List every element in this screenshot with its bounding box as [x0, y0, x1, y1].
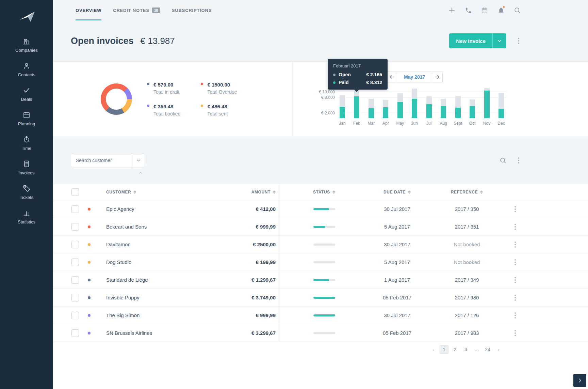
row-checkbox[interactable] — [71, 205, 79, 213]
sort-icon — [273, 190, 276, 194]
invoice-status-donut-chart — [101, 83, 132, 115]
table-search-button[interactable] — [499, 156, 507, 165]
invoice-row[interactable]: Bekeart and Sons € 999,99 5 Aug 2017 201… — [53, 218, 588, 236]
row-kebab-menu[interactable] — [512, 275, 518, 285]
bar-jun[interactable]: Jun — [412, 85, 417, 126]
invoice-row[interactable]: Dog Studio € 199,99 5 Aug 2017 Not booke… — [53, 253, 588, 271]
notifications-button[interactable] — [497, 6, 505, 14]
chevron-down-icon — [136, 158, 141, 163]
invoice-row[interactable]: Epic Agency € 412,00 30 Jul 2017 2017 / … — [53, 200, 588, 218]
bar-aug[interactable]: Aug — [441, 85, 446, 126]
customer-name[interactable]: SN Brussels Airlines — [106, 330, 152, 336]
sidebar-item-tickets[interactable]: Tickets — [0, 180, 53, 204]
page-header: Open invoices € 13.987 New Invoice — [53, 20, 588, 61]
row-kebab-menu[interactable] — [512, 293, 518, 303]
bar-jul[interactable]: Jul — [426, 85, 432, 126]
row-checkbox[interactable] — [71, 259, 79, 266]
page-3[interactable]: 3 — [461, 345, 470, 354]
invoice-amount: € 3.299,67 — [208, 330, 276, 336]
sidebar-item-contacts[interactable]: Contacts — [0, 57, 53, 82]
customer-name[interactable]: Invisble Puppy — [106, 295, 140, 300]
row-kebab-menu[interactable] — [512, 257, 518, 267]
sidebar-item-label: Statistics — [18, 219, 35, 224]
pagination-next[interactable]: › — [494, 345, 503, 354]
pagination-prev[interactable]: ‹ — [429, 345, 438, 354]
bar-apr[interactable]: Apr — [383, 85, 388, 126]
customer-name[interactable]: Epic Agency — [106, 206, 134, 212]
row-kebab-menu[interactable] — [512, 222, 518, 232]
app-logo[interactable] — [17, 9, 36, 25]
row-checkbox[interactable] — [71, 329, 79, 337]
bar-nov[interactable]: Nov — [484, 85, 490, 126]
next-page-corner-button[interactable] — [573, 374, 586, 387]
row-checkbox[interactable] — [71, 276, 79, 284]
row-kebab-menu[interactable] — [512, 239, 518, 250]
sidebar-item-invoices[interactable]: invoices — [0, 155, 53, 180]
bar-jan[interactable]: Jan — [340, 85, 345, 126]
row-kebab-menu[interactable] — [512, 204, 518, 214]
sidebar-item-deals[interactable]: Deals — [0, 82, 53, 106]
header-kebab-menu[interactable] — [516, 36, 521, 46]
invoice-row[interactable]: Davitamon € 2500,00 30 Jul 2017 Not book… — [53, 236, 588, 253]
sidebar-item-statistics[interactable]: Statistics — [0, 204, 53, 229]
sidebar-item-planning[interactable]: Planning — [0, 106, 53, 131]
calendar-button[interactable] — [480, 6, 489, 14]
tab-subscriptions[interactable]: SUBSCRIPTIONS — [172, 0, 212, 20]
row-kebab-menu[interactable] — [512, 310, 518, 321]
new-invoice-button[interactable]: New Invoice — [449, 33, 506, 48]
invoice-row[interactable]: SN Brussels Airlines € 3.299,67 05 Feb 2… — [53, 324, 588, 342]
search-customer-input[interactable] — [71, 154, 132, 167]
due-date: 30 Jul 2017 — [368, 242, 426, 247]
row-checkbox[interactable] — [71, 294, 79, 301]
tab-credit-notes[interactable]: CREDIT NOTES 18 — [113, 0, 160, 20]
page-24[interactable]: 24 — [483, 345, 492, 354]
search-customer-combo — [71, 154, 145, 167]
reference: Not booked — [426, 259, 508, 265]
invoice-amount: € 999,99 — [208, 312, 276, 318]
next-month-button[interactable] — [432, 72, 443, 82]
row-kebab-menu[interactable] — [512, 328, 518, 338]
new-invoice-dropdown[interactable] — [492, 33, 506, 48]
add-button[interactable] — [448, 6, 456, 14]
column-header-amount[interactable]: AMOUNT — [208, 190, 276, 194]
row-checkbox[interactable] — [71, 241, 79, 248]
payment-progress-bar — [313, 261, 335, 263]
previous-month-button[interactable] — [386, 72, 397, 82]
select-all-checkbox[interactable] — [71, 188, 79, 196]
column-header-reference[interactable]: REFERENCE — [426, 190, 508, 194]
invoice-row[interactable]: Standard de Liège € 1.299,67 1 Aug 2017 … — [53, 271, 588, 289]
phone-button[interactable] — [464, 6, 472, 14]
customer-name[interactable]: The Big Simon — [106, 312, 140, 318]
sidebar-item-label: Planning — [18, 121, 35, 126]
page-1[interactable]: 1 — [440, 345, 448, 354]
bar-mar[interactable]: Mar — [369, 85, 374, 126]
invoice-row[interactable]: The Big Simon € 999,99 30 Jul 2017 2017 … — [53, 307, 588, 324]
customer-name[interactable]: Standard de Liège — [106, 277, 148, 283]
customer-name[interactable]: Dog Studio — [106, 259, 131, 265]
payment-progress-fill — [313, 279, 329, 281]
column-header-due-date[interactable]: DUE DATE — [368, 190, 426, 194]
search-filter-dropdown[interactable] — [132, 154, 145, 167]
bar-dec[interactable]: Dec — [499, 85, 504, 126]
row-checkbox[interactable] — [71, 312, 79, 319]
bar-oct[interactable]: Oct — [470, 85, 475, 126]
bar-may[interactable]: May — [397, 85, 403, 126]
tab-overview[interactable]: OVERVIEW — [76, 0, 101, 20]
global-search-button[interactable] — [513, 6, 521, 14]
bar-sept[interactable]: Sept — [455, 85, 461, 126]
page-2[interactable]: 2 — [451, 345, 459, 354]
month-label: Oct — [469, 121, 476, 126]
app-root: Companies Contacts Deals Planning — [0, 0, 588, 389]
current-month-label[interactable]: May 2017 — [397, 72, 432, 82]
invoice-row[interactable]: Invisble Puppy € 3.749,00 05 Feb 2017 20… — [53, 289, 588, 307]
sidebar-item-time[interactable]: Time — [0, 131, 53, 155]
customer-name[interactable]: Bekeart and Sons — [106, 224, 147, 230]
column-header-customer[interactable]: CUSTOMER — [98, 190, 208, 194]
sidebar-item-companies[interactable]: Companies — [0, 33, 53, 57]
filters-collapse-caret[interactable] — [138, 170, 143, 176]
row-checkbox[interactable] — [71, 223, 79, 231]
customer-name[interactable]: Davitamon — [106, 242, 131, 247]
column-header-status[interactable]: STATUS — [280, 184, 368, 200]
invoice-status-dot — [88, 261, 91, 264]
table-kebab-menu[interactable] — [516, 155, 521, 166]
